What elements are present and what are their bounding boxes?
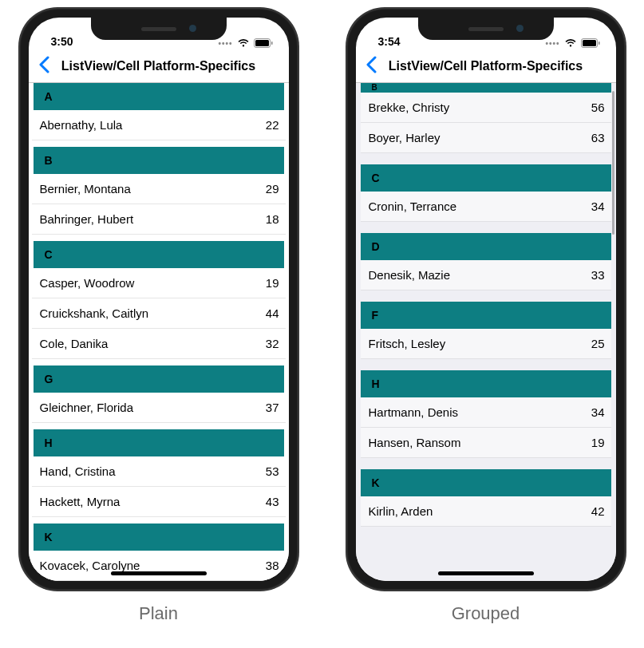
row-value: 44 (266, 306, 279, 320)
phone-screen-left: 3:50 •••• ListView/C (29, 18, 289, 581)
status-time: 3:50 (51, 35, 73, 48)
section-header: K (34, 524, 284, 551)
status-time: 3:54 (378, 35, 401, 48)
row-value: 34 (591, 405, 605, 419)
list-row[interactable]: Abernathy, Lula22 (32, 110, 286, 140)
nav-title: ListView/Cell Platform-Specifics (356, 59, 616, 73)
list-row[interactable]: Cole, Danika32 (32, 329, 286, 359)
list-row[interactable]: Gleichner, Florida37 (32, 393, 286, 423)
notch-camera (189, 25, 196, 32)
row-name: Gleichner, Florida (40, 401, 134, 414)
row-name: Kirlin, Arden (369, 504, 433, 518)
row-name: Abernathy, Lula (40, 118, 123, 132)
section-header-partial: B (361, 83, 611, 93)
list-row[interactable]: Kirlin, Arden42 (361, 496, 611, 527)
section-header: A (34, 83, 284, 110)
list-row[interactable]: Hand, Cristina53 (32, 456, 286, 487)
section-header: B (34, 147, 284, 174)
list-row[interactable]: Kovacek, Carolyne38 (32, 551, 286, 581)
svg-rect-2 (271, 41, 273, 45)
section-header: C (34, 241, 284, 268)
list-row[interactable]: Cronin, Terrance34 (361, 192, 611, 222)
cellular-icon: •••• (545, 39, 559, 48)
row-name: Bernier, Montana (40, 182, 131, 196)
list-view-grouped[interactable]: BBrekke, Christy56Boyer, Harley63CCronin… (356, 83, 616, 581)
row-name: Hand, Cristina (40, 464, 116, 478)
row-name: Boyer, Harley (369, 131, 441, 144)
row-value: 37 (266, 401, 279, 414)
row-name: Kovacek, Carolyne (40, 559, 140, 572)
row-value: 19 (591, 436, 605, 449)
row-name: Hansen, Ransom (369, 436, 461, 449)
phone-frame-left: 3:50 •••• ListView/C (19, 8, 298, 591)
section-header: H (361, 370, 611, 397)
list-view-plain[interactable]: AAbernathy, Lula22BBernier, Montana29Bah… (29, 83, 289, 581)
nav-title: ListView/Cell Platform-Specifics (29, 59, 289, 73)
back-button[interactable] (35, 55, 53, 77)
list-content: AAbernathy, Lula22BBernier, Montana29Bah… (29, 83, 289, 581)
phone-frame-right: 3:54 •••• ListView/C (346, 8, 626, 591)
row-name: Cruickshank, Caitlyn (40, 306, 149, 320)
list-row[interactable]: Hackett, Myrna43 (32, 487, 286, 517)
phone-screen-right: 3:54 •••• ListView/C (356, 18, 616, 581)
list-row[interactable]: Cruickshank, Caitlyn44 (32, 298, 286, 329)
notch (91, 18, 227, 40)
caption-right: Grouped (452, 603, 520, 624)
home-indicator[interactable] (438, 571, 534, 575)
notch (418, 18, 554, 40)
battery-icon (581, 38, 600, 48)
row-name: Brekke, Christy (369, 101, 450, 114)
row-value: 19 (266, 276, 279, 290)
row-name: Cole, Danika (40, 337, 109, 350)
row-value: 56 (591, 101, 605, 114)
row-value: 53 (266, 464, 279, 478)
section-header: C (361, 164, 611, 192)
row-value: 33 (591, 268, 605, 282)
list-row[interactable]: Brekke, Christy56 (361, 93, 611, 123)
row-name: Cronin, Terrance (369, 200, 457, 213)
list-row[interactable]: Casper, Woodrow19 (32, 268, 286, 298)
list-row[interactable]: Hartmann, Denis34 (361, 397, 611, 428)
row-value: 38 (266, 559, 279, 572)
row-value: 42 (591, 504, 605, 518)
list-row[interactable]: Denesik, Mazie33 (361, 260, 611, 290)
list-row[interactable]: Boyer, Harley63 (361, 123, 611, 153)
row-value: 18 (266, 212, 279, 226)
row-value: 63 (591, 131, 605, 144)
row-value: 25 (591, 337, 605, 350)
section-header: K (361, 469, 611, 496)
row-name: Hackett, Myrna (40, 495, 121, 508)
svg-rect-5 (599, 41, 600, 45)
section-header: D (361, 233, 611, 260)
section-header: G (34, 365, 284, 393)
list-row[interactable]: Fritsch, Lesley25 (361, 329, 611, 359)
notch-speaker (468, 27, 504, 31)
row-name: Fritsch, Lesley (369, 337, 446, 350)
row-value: 29 (266, 182, 279, 196)
list-row[interactable]: Hansen, Ransom19 (361, 428, 611, 458)
row-name: Casper, Woodrow (40, 276, 135, 290)
row-value: 34 (591, 200, 605, 213)
list-row[interactable]: Bahringer, Hubert18 (32, 204, 286, 235)
row-value: 32 (266, 337, 279, 350)
cellular-icon: •••• (218, 39, 232, 48)
battery-icon (254, 38, 273, 48)
row-name: Denesik, Mazie (369, 268, 451, 282)
nav-bar: ListView/Cell Platform-Specifics (356, 49, 616, 83)
notch-speaker (141, 27, 176, 31)
section-header: F (361, 302, 611, 329)
wifi-icon (237, 38, 250, 48)
list-row[interactable]: Bernier, Montana29 (32, 174, 286, 204)
home-indicator[interactable] (111, 571, 207, 575)
row-name: Hartmann, Denis (369, 405, 459, 419)
list-content: BBrekke, Christy56Boyer, Harley63CCronin… (356, 83, 616, 527)
nav-bar: ListView/Cell Platform-Specifics (29, 49, 289, 83)
row-value: 43 (266, 495, 279, 508)
wifi-icon (564, 38, 577, 48)
scroll-indicator[interactable] (612, 91, 614, 235)
svg-rect-1 (255, 40, 269, 46)
row-name: Bahringer, Hubert (40, 212, 134, 226)
back-button[interactable] (362, 55, 380, 77)
svg-rect-4 (583, 40, 596, 46)
caption-left: Plain (139, 603, 178, 624)
